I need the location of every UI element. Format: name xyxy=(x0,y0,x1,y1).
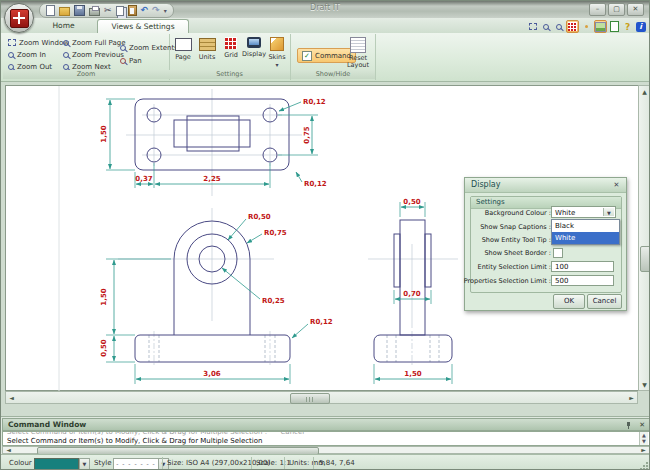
display-icon xyxy=(247,37,261,48)
page-button[interactable]: Page xyxy=(171,36,195,70)
tab-views-settings[interactable]: Views & Settings xyxy=(97,19,189,34)
canvas-vertical-scrollbar[interactable]: ▲ ▼ xyxy=(638,85,650,391)
window-title: Draft IT xyxy=(1,3,649,12)
snap-captions-label: Show Snap Captions : xyxy=(480,223,551,231)
display-dialog-title: Display xyxy=(465,178,626,193)
hidden-lines xyxy=(149,335,439,362)
horizontal-scroll-thumb[interactable] xyxy=(290,393,330,404)
zoom-previous-label: Zoom Previous xyxy=(72,51,124,59)
cursor-coordinates: 5,84, 7,64 xyxy=(319,459,355,467)
pan-icon xyxy=(120,58,126,64)
pan-button[interactable]: Pan xyxy=(120,55,142,66)
cancel-button[interactable]: Cancel xyxy=(587,294,622,309)
dim-front-mid-radius: R0,50 xyxy=(248,213,271,221)
sheet-border-checkbox[interactable] xyxy=(553,248,563,258)
entity-limit-input[interactable] xyxy=(551,261,614,272)
ok-button[interactable]: OK xyxy=(553,294,585,309)
skins-button[interactable]: Skins▾ xyxy=(265,36,289,70)
command-window: Command Window ✕ Select Command or Item(… xyxy=(1,416,650,455)
dropdown-option-black[interactable]: Black xyxy=(552,220,619,232)
zoom-full-page-button[interactable]: Zoom Full Page xyxy=(63,37,126,48)
scroll-left-icon[interactable]: ◄ xyxy=(6,392,17,403)
showhide-group-label: Show/Hide xyxy=(291,70,375,79)
colour-dropdown-arrow-icon[interactable]: ▼ xyxy=(79,458,90,470)
dim-top-hole-span: 0,75 xyxy=(303,126,311,143)
command-horizontal-scrollbar[interactable]: ◄ ► xyxy=(2,446,650,454)
colour-label: Colour xyxy=(9,459,32,467)
colour-swatch[interactable] xyxy=(34,458,79,470)
command-window-header[interactable]: Command Window ✕ xyxy=(2,418,650,431)
maximize-button[interactable]: ▢ xyxy=(608,3,625,16)
zoom-window-button[interactable]: Zoom Window xyxy=(8,37,69,48)
canvas-horizontal-scrollbar[interactable]: ◄ ► xyxy=(5,391,638,404)
scroll-right-icon[interactable]: ► xyxy=(626,392,637,403)
command-window-close-icon[interactable]: ✕ xyxy=(639,420,645,431)
dim-front-base-height: 0,50 xyxy=(100,339,108,356)
zoom-in-mini-icon[interactable] xyxy=(553,21,564,32)
resize-grip[interactable] xyxy=(640,461,649,470)
display-label: Display xyxy=(242,50,266,58)
zoom-group-label: Zoom xyxy=(3,70,169,79)
units-button[interactable]: Units xyxy=(195,36,219,70)
zoom-window-icon xyxy=(8,39,16,46)
zoom-next-icon xyxy=(63,64,69,70)
command-prompt-line: Select Command or Item(s) to Modify, Cli… xyxy=(3,437,649,446)
pin-icon[interactable] xyxy=(625,422,632,429)
reset-layout-button[interactable]: Reset Layout xyxy=(344,36,372,70)
dialog-close-icon[interactable]: ✕ xyxy=(611,180,622,190)
scroll-up-icon[interactable]: ▲ xyxy=(639,86,650,97)
zoom-full-page-label: Zoom Full Page xyxy=(72,39,126,47)
drawing-canvas[interactable]: 1,50 R0,12 0,75 0,37 2,25 R0,12 R0,50 R0… xyxy=(5,85,638,391)
dim-top-hole-offset: 0,37 xyxy=(135,175,152,183)
dim-top-corner-radius-bottom: R0,12 xyxy=(304,180,327,188)
help-icon[interactable]: ? xyxy=(622,21,633,32)
dropdown-option-white[interactable]: White xyxy=(552,232,619,244)
title-bar: ✂ ↶ ↷ ▾ Draft IT – ▢ ✕ xyxy=(1,1,649,18)
background-colour-dropdown-list: Black White xyxy=(551,219,620,245)
page-size-value: Size: ISO A4 (297,00x210,00) xyxy=(167,459,270,467)
sheet-border-label: Show Sheet Border : xyxy=(484,249,551,257)
image-mini-icon[interactable] xyxy=(594,20,607,33)
pan-label: Pan xyxy=(129,57,142,65)
minimize-button[interactable]: – xyxy=(589,3,606,16)
style-combo[interactable]: - - - - - - - xyxy=(113,458,159,470)
properties-limit-input[interactable] xyxy=(551,275,614,286)
combo-dropdown-arrow-icon[interactable]: ▼ xyxy=(603,208,614,216)
skins-dropdown-caret-icon: ▾ xyxy=(275,63,278,67)
zoom-in-label: Zoom In xyxy=(17,51,46,59)
dim-front-lobe-radius: R0,75 xyxy=(264,229,287,237)
application-menu-button[interactable] xyxy=(4,3,34,33)
grid-icon xyxy=(225,37,237,49)
entity-limit-label: Entity Selection Limit : xyxy=(478,263,551,271)
zoom-window-label: Zoom Window xyxy=(19,39,69,47)
command-checkbox[interactable]: ✓ xyxy=(302,51,312,61)
skins-label: Skins xyxy=(268,53,285,61)
background-colour-combo[interactable]: White ▼ xyxy=(551,206,616,218)
scroll-down-icon[interactable]: ▼ xyxy=(639,379,650,390)
zoom-in-button[interactable]: Zoom In xyxy=(8,49,46,60)
command-window-body[interactable]: Select Command or Item(s) to Modify, Cli… xyxy=(2,431,650,446)
page-label: Page xyxy=(175,53,191,61)
grid-toggle-icon[interactable] xyxy=(566,20,579,33)
zoom-previous-button[interactable]: Zoom Previous xyxy=(63,49,124,60)
statusbar-divider xyxy=(284,457,285,469)
grid-button[interactable]: Grid xyxy=(219,36,243,70)
close-button[interactable]: ✕ xyxy=(627,3,644,16)
zoom-previous-icon xyxy=(63,52,69,58)
tab-home[interactable]: Home xyxy=(31,19,96,33)
info-icon[interactable]: i xyxy=(635,21,646,32)
snap-dot-icon[interactable] xyxy=(581,21,592,32)
zoom-out-mini-icon[interactable] xyxy=(540,21,551,32)
command-scroll-right-icon[interactable]: ► xyxy=(638,447,649,453)
display-button[interactable]: Display xyxy=(242,36,266,70)
zoom-window-mini-icon[interactable] xyxy=(527,21,538,32)
document-mini-icon[interactable] xyxy=(609,21,620,32)
dim-top-height: 1,50 xyxy=(100,125,108,142)
dim-side-boss-width: 0,70 xyxy=(403,290,420,298)
command-scroll-left-icon[interactable]: ◄ xyxy=(3,447,14,453)
command-mini-scrollbar[interactable]: ▲▼ xyxy=(639,432,648,445)
ribbon-tab-row: Home Views & Settings ? i xyxy=(1,18,649,34)
units-icon xyxy=(199,38,216,51)
dim-front-body-height: 1,50 xyxy=(100,288,108,305)
vertical-scroll-thumb[interactable] xyxy=(640,246,650,272)
